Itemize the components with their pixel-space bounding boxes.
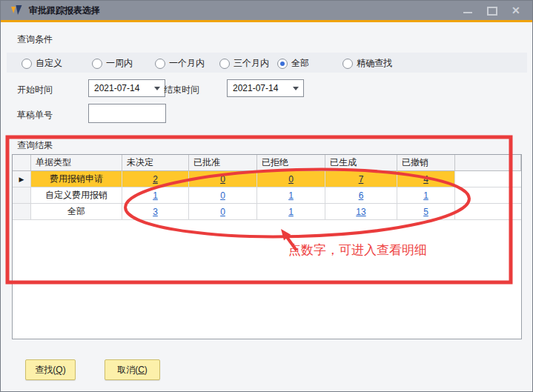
count-link[interactable]: 1	[423, 190, 428, 201]
count-link[interactable]: 13	[356, 207, 365, 217]
count-link[interactable]: 0	[220, 207, 225, 217]
start-time-label: 开始时间	[17, 84, 53, 96]
annotation-note: 点数字，可进入查看明细	[288, 242, 427, 259]
radio-one-month[interactable]: 一个月内	[155, 57, 205, 70]
chevron-down-icon	[154, 87, 160, 90]
column-header: 未决定	[122, 155, 189, 171]
count-link[interactable]: 3	[153, 207, 158, 217]
title-bar[interactable]: 审批跟踪报表选择	[1, 1, 532, 20]
doc-type-cell: 全部	[31, 204, 122, 220]
column-header: 已拒绝	[257, 155, 325, 171]
radio-selected-icon	[277, 59, 288, 69]
doc-type-cell: 费用报销申请	[31, 171, 122, 187]
count-link[interactable]: 6	[359, 190, 364, 201]
count-link[interactable]: 2	[153, 174, 158, 185]
minimize-button[interactable]	[457, 1, 479, 20]
row-indicator-header	[13, 155, 31, 171]
radio-one-week[interactable]: 一周内	[92, 57, 133, 70]
count-link[interactable]: 1	[288, 207, 294, 217]
find-button[interactable]: 查找(Q)	[25, 359, 76, 380]
column-header-filler	[455, 155, 521, 171]
count-link[interactable]: 1	[288, 190, 294, 201]
date-range-radio-group: 自定义 一周内 一个月内 三个月内 全部 精确查找	[7, 53, 527, 73]
current-row-marker-icon: ▶	[19, 176, 24, 183]
count-link[interactable]: 7	[359, 174, 364, 185]
table-header-row: 单据类型 未决定 已批准 已拒绝 已生成 已撤销	[13, 155, 521, 171]
draft-number-input[interactable]	[88, 104, 166, 123]
count-link[interactable]: 1	[153, 190, 158, 201]
count-link[interactable]: 0	[220, 174, 225, 185]
maximize-button[interactable]	[480, 1, 503, 20]
radio-all[interactable]: 全部	[277, 57, 309, 70]
radio-icon	[155, 59, 165, 69]
table-row-all[interactable]: 全部 3 0 1 13 5	[13, 204, 521, 220]
cancel-button[interactable]: 取消(C)	[105, 359, 160, 380]
end-time-label: 结束时间	[164, 84, 199, 96]
window-title: 审批跟踪报表选择	[29, 1, 100, 20]
close-button[interactable]	[506, 1, 528, 20]
count-link[interactable]: 0	[220, 190, 225, 201]
count-link[interactable]: 4	[423, 174, 428, 185]
column-header: 已撤销	[397, 155, 455, 171]
count-link[interactable]: 0	[288, 174, 294, 185]
doc-type-cell: 自定义费用报销	[31, 187, 122, 204]
start-date-combobox[interactable]: 2021-07-14	[88, 79, 165, 97]
count-link[interactable]: 5	[423, 207, 428, 217]
table-row-custom-expense[interactable]: 自定义费用报销 1 0 1 6 1	[13, 187, 521, 204]
app-logo-icon	[10, 4, 23, 16]
radio-icon	[21, 59, 32, 69]
draft-number-label: 草稿单号	[17, 109, 53, 122]
query-conditions-label: 查询条件	[17, 33, 53, 46]
radio-custom-range[interactable]: 自定义	[21, 57, 62, 70]
accent-line	[1, 20, 532, 22]
radio-icon	[92, 59, 102, 69]
column-header: 已批准	[189, 155, 257, 171]
radio-exact-search[interactable]: 精确查找	[342, 57, 392, 70]
table-row-expense-claim[interactable]: ▶ 费用报销申请 2 0 0 7 4	[13, 171, 521, 187]
query-results-label: 查询结果	[17, 139, 53, 152]
results-table: 单据类型 未决定 已批准 已拒绝 已生成 已撤销 ▶ 费用报销申请 2 0 0 …	[12, 154, 522, 339]
radio-three-months[interactable]: 三个月内	[219, 57, 269, 70]
column-header: 单据类型	[31, 155, 122, 171]
end-date-combobox[interactable]: 2021-07-14	[227, 79, 304, 97]
dialog-window: 审批跟踪报表选择 查询条件 自定义 一周内 一个月内 三个月内 全部 精	[0, 0, 533, 392]
radio-icon	[219, 59, 230, 69]
radio-icon	[342, 59, 353, 69]
chevron-down-icon	[293, 87, 299, 90]
column-header: 已生成	[325, 155, 397, 171]
